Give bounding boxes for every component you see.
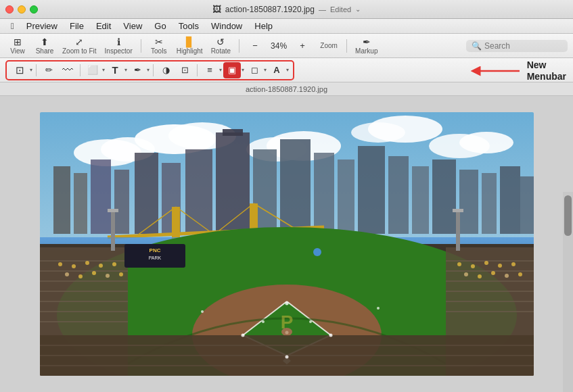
zoom-level: 34% xyxy=(268,41,290,51)
svg-rect-97 xyxy=(456,210,460,251)
markup-button[interactable]: ✒ Markup xyxy=(352,36,380,55)
zoom-in-button[interactable]: + xyxy=(292,36,313,55)
rotate-button[interactable]: ↺ Rotate xyxy=(208,36,233,55)
menu-go[interactable]: Go xyxy=(149,20,171,32)
svg-point-74 xyxy=(85,261,89,265)
shapes-button[interactable]: ⬜ xyxy=(84,62,101,78)
svg-point-102 xyxy=(329,334,332,337)
menu-window[interactable]: Window xyxy=(206,20,248,32)
svg-text:PNC: PNC xyxy=(149,247,160,253)
text-button[interactable]: T xyxy=(106,62,124,78)
menu-tools[interactable]: Tools xyxy=(173,20,204,32)
traffic-lights[interactable] xyxy=(5,5,38,14)
filename-bar: action-1850887.1920.jpg xyxy=(0,82,573,96)
window-title: action-1850887.1920.jpg xyxy=(225,5,315,14)
zoom-to-fit-button[interactable]: ⤢ Zoom to Fit xyxy=(60,36,99,55)
svg-point-104 xyxy=(285,302,288,305)
svg-point-80 xyxy=(106,274,110,278)
markup-toolbar: ⊡ ▾ ✏ 〰 ⬜ ▾ T ▾ ✒ xyxy=(0,58,573,82)
scrollbar-right[interactable] xyxy=(563,192,573,392)
signature-button[interactable]: ✒ xyxy=(129,62,146,78)
draw-icon: 〰 xyxy=(62,64,73,76)
border-color-button[interactable]: ▣ xyxy=(223,62,241,78)
svg-text:PARK: PARK xyxy=(148,255,161,260)
view-button[interactable]: ⊞ View xyxy=(5,36,30,55)
tools-button[interactable]: ✂ Tools xyxy=(147,36,171,55)
shapes-group: ⬜ ▾ xyxy=(84,62,105,78)
shapes-icon: ⬜ xyxy=(87,65,98,75)
svg-rect-96 xyxy=(108,209,118,212)
markup-icon: ✒ xyxy=(363,36,371,47)
svg-point-73 xyxy=(72,264,76,268)
pencil-icon: ✏ xyxy=(45,65,53,75)
menu-edit[interactable]: Edit xyxy=(91,20,116,32)
svg-rect-13 xyxy=(53,166,70,234)
svg-rect-20 xyxy=(216,132,250,234)
close-button[interactable] xyxy=(5,5,14,14)
crop-icon: ⊡ xyxy=(181,65,189,75)
svg-rect-21 xyxy=(223,129,243,136)
text-dropdown[interactable]: ▾ xyxy=(124,67,127,73)
list-dropdown[interactable]: ▾ xyxy=(219,67,222,73)
adjust-icon: ◑ xyxy=(162,65,170,75)
tools-label: Tools xyxy=(151,47,166,55)
share-label: Share xyxy=(36,47,54,55)
selection-tool-button[interactable]: ⊡ xyxy=(11,62,28,78)
svg-point-107 xyxy=(262,320,265,323)
text-style-button[interactable]: A xyxy=(268,62,285,78)
toolbar-sep-1 xyxy=(141,39,141,53)
text-style-dropdown[interactable]: ▾ xyxy=(286,67,289,73)
svg-point-101 xyxy=(285,356,288,359)
drop-arrow-selection[interactable]: ▾ xyxy=(30,67,32,73)
rotate-icon: ↺ xyxy=(216,36,225,47)
crop-button[interactable]: ⊡ xyxy=(176,62,193,78)
scrollbar-thumb[interactable] xyxy=(564,195,572,236)
inspector-label: Inspector xyxy=(105,47,133,55)
fill-color-dropdown[interactable]: ▾ xyxy=(264,67,267,73)
filename-display: action-1850887.1920.jpg xyxy=(246,85,327,93)
markup-sep-1 xyxy=(36,64,37,76)
markup-label: Markup xyxy=(355,47,377,55)
text-group: T ▾ xyxy=(106,62,127,78)
adjust-color-button[interactable]: ◑ xyxy=(157,62,175,78)
svg-point-12 xyxy=(459,132,513,153)
menu-help[interactable]: Help xyxy=(249,20,278,32)
search-icon: 🔍 xyxy=(472,41,482,51)
menu-view[interactable]: View xyxy=(118,20,147,32)
shapes-dropdown[interactable]: ▾ xyxy=(102,67,105,73)
zoom-fit-icon: ⤢ xyxy=(75,36,83,47)
menu-bar:  Preview File Edit View Go Tools Window… xyxy=(0,19,573,34)
menu-apple[interactable]:  xyxy=(5,20,20,32)
draw-tool-button[interactable]: 〰 xyxy=(59,62,76,78)
menu-preview[interactable]: Preview xyxy=(21,20,63,32)
svg-rect-36 xyxy=(172,207,180,241)
border-color-dropdown[interactable]: ▾ xyxy=(242,67,244,73)
svg-point-109 xyxy=(201,310,204,313)
highlight-icon: ▊ xyxy=(186,36,193,47)
search-input[interactable] xyxy=(484,41,562,51)
edited-chevron[interactable]: ⌄ xyxy=(355,5,361,13)
markup-sep-4 xyxy=(197,64,198,76)
rotate-label: Rotate xyxy=(211,47,231,55)
sketch-tool-button[interactable]: ✏ xyxy=(40,62,58,78)
svg-point-85 xyxy=(498,264,502,268)
zoom-label-button[interactable]: Zoom xyxy=(317,36,341,55)
fill-color-button[interactable]: ◻ xyxy=(246,62,263,78)
svg-rect-19 xyxy=(185,149,212,234)
text-style-group: A ▾ xyxy=(268,62,289,78)
svg-rect-15 xyxy=(91,160,111,234)
maximize-button[interactable] xyxy=(30,5,38,14)
svg-rect-16 xyxy=(114,170,129,234)
inspector-button[interactable]: ℹ Inspector xyxy=(102,36,135,55)
list-button[interactable]: ≡ xyxy=(201,62,219,78)
highlight-button[interactable]: ▊ Highlight xyxy=(174,36,206,55)
search-box[interactable]: 🔍 xyxy=(466,40,568,52)
svg-rect-30 xyxy=(459,170,478,234)
signature-dropdown[interactable]: ▾ xyxy=(147,67,150,73)
share-button[interactable]: ⬆ Share xyxy=(32,36,57,55)
menu-file[interactable]: File xyxy=(64,20,89,32)
minimize-button[interactable] xyxy=(18,5,26,14)
zoom-out-button[interactable]: − xyxy=(245,36,265,55)
svg-rect-29 xyxy=(432,160,456,234)
svg-rect-25 xyxy=(338,160,354,234)
